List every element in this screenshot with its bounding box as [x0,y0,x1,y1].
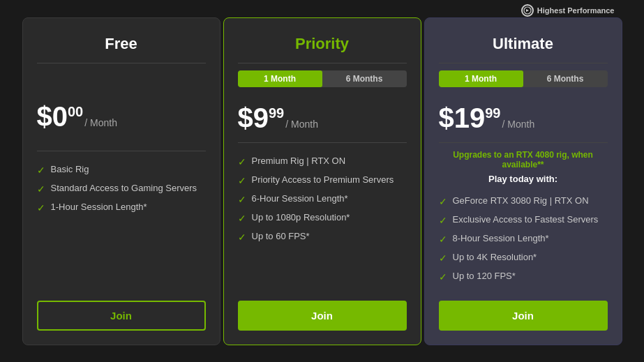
ultimate-price-period: / Month [502,119,535,130]
check-icon-p3: ✓ [238,194,246,205]
check-icon-p1: ✓ [238,156,246,167]
priority-billing-toggle: 1 Month 6 Months [238,70,407,87]
check-icon-3: ✓ [37,202,45,213]
ultimate-price-row: $1999 / Month [439,103,608,134]
check-icon-u2: ✓ [439,215,447,226]
free-price-section: $000 / Month [37,101,206,133]
priority-divider2 [238,142,407,143]
priority-title: Priority [238,35,407,53]
ultimate-price-decimal: 99 [485,105,500,120]
ultimate-price-section: $1999 / Month [439,103,608,134]
upgrade-note: Upgrades to an RTX 4080 rig, when availa… [439,150,608,169]
highest-performance-badge: Highest Performance [521,4,615,17]
ultimate-feature-3: ✓ 8-Hour Session Length* [439,233,608,245]
priority-price-period: / Month [285,119,318,130]
priority-feature-2: ✓ Priority Access to Premium Servers [238,174,407,186]
priority-features: ✓ Premium Rig | RTX ON ✓ Priority Access… [238,156,407,289]
priority-toggle-6months[interactable]: 6 Months [322,70,407,87]
free-features: ✓ Basic Rig ✓ Standard Access to Gaming … [37,164,206,289]
ultimate-billing-toggle: 1 Month 6 Months [439,70,608,87]
highest-performance-text: Highest Performance [537,6,615,15]
ultimate-feature-4: ✓ Up to 4K Resolution* [439,252,608,264]
card-free: Free $000 / Month ✓ Basic Rig ✓ [22,17,220,345]
free-divider [37,63,206,63]
page-wrapper: Free $000 / Month ✓ Basic Rig ✓ [0,0,644,362]
ultimate-join-button[interactable]: Join [439,301,608,331]
ultimate-price-main: $1999 [439,103,501,134]
check-icon-p4: ✓ [238,213,246,224]
ultimate-title: Ultimate [439,35,608,53]
ultimate-toggle-6months[interactable]: 6 Months [523,70,608,87]
priority-feature-4: ✓ Up to 1080p Resolution* [238,212,407,224]
free-price-decimal: 00 [68,103,83,119]
priority-feature-3: ✓ 6-Hour Session Length* [238,193,407,205]
free-spacer [37,70,206,96]
ultimate-feature-5: ✓ Up to 120 FPS* [439,271,608,282]
cards-container: Free $000 / Month ✓ Basic Rig ✓ [22,17,622,345]
ultimate-feature-2: ✓ Exclusive Access to Fastest Servers [439,214,608,226]
free-price-row: $000 / Month [37,101,206,133]
card-ultimate: Highest Performance Ultimate 1 Month 6 M… [424,17,622,345]
free-divider2 [37,151,206,151]
priority-price-row: $999 / Month [238,103,407,134]
priority-feature-5: ✓ Up to 60 FPS* [238,231,407,243]
ultimate-feature-1: ✓ GeForce RTX 3080 Rig | RTX ON [439,195,608,207]
check-icon-p2: ✓ [238,175,246,186]
free-join-button[interactable]: Join [37,301,206,331]
priority-price-section: $999 / Month [238,103,407,134]
priority-divider [238,63,407,63]
check-icon-p5: ✓ [238,232,246,243]
ultimate-divider2 [439,142,608,143]
ultimate-features: ✓ GeForce RTX 3080 Rig | RTX ON ✓ Exclus… [439,195,608,289]
priority-price-decimal: 99 [269,105,284,120]
play-today-label: Play today with: [439,174,608,184]
free-price-period: / Month [84,117,117,128]
priority-price-main: $999 [238,103,285,134]
check-icon-u1: ✓ [439,196,447,207]
check-icon-u5: ✓ [439,271,447,282]
ultimate-divider [439,63,608,63]
check-icon-2: ✓ [37,183,45,195]
nvidia-icon [521,4,534,17]
priority-feature-1: ✓ Premium Rig | RTX ON [238,156,407,167]
check-icon-1: ✓ [37,165,45,176]
check-icon-u3: ✓ [439,234,447,245]
ultimate-toggle-1month[interactable]: 1 Month [439,70,523,87]
free-title: Free [37,35,206,53]
free-feature-1: ✓ Basic Rig [37,164,206,176]
free-feature-3: ✓ 1-Hour Session Length* [37,202,206,213]
priority-toggle-1month[interactable]: 1 Month [238,70,322,87]
check-icon-u4: ✓ [439,252,447,264]
free-price-main: $000 [37,101,84,133]
priority-join-button[interactable]: Join [238,301,407,331]
card-priority: Priority 1 Month 6 Months $999 / Month ✓… [223,17,421,345]
free-price-spacer [37,141,206,151]
free-feature-2: ✓ Standard Access to Gaming Servers [37,183,206,195]
